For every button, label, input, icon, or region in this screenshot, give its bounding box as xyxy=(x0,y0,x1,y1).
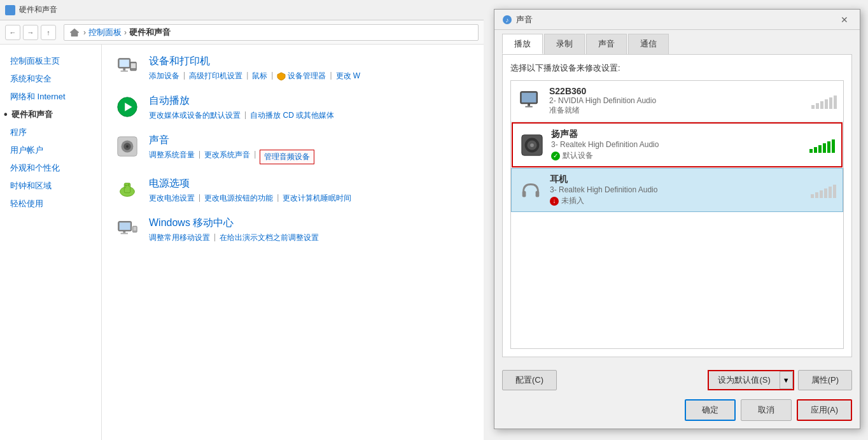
set-default-button[interactable]: 设为默认值(S) xyxy=(709,371,780,389)
sound-title[interactable]: 声音 xyxy=(149,134,314,147)
cp-window-icon xyxy=(5,5,15,15)
link-power-button[interactable]: 更改电源按钮的功能 xyxy=(204,193,273,204)
monitor-device-status: 准备就绪 xyxy=(549,105,805,116)
nav-forward-button[interactable]: → xyxy=(23,25,38,40)
link-mobile-settings[interactable]: 调整常用移动设置 xyxy=(149,232,210,243)
link-change-sound[interactable]: 更改系统声音 xyxy=(204,150,250,164)
sidebar-item-network[interactable]: 网络和 Internet xyxy=(0,88,101,106)
link-device-manager[interactable]: 设备管理器 xyxy=(288,71,326,82)
sidebar-item-clock[interactable]: 时钟和区域 xyxy=(0,177,101,195)
sidebar-item-ease[interactable]: 轻松使用 xyxy=(0,195,101,213)
shield-icon xyxy=(277,72,286,81)
svg-rect-2 xyxy=(6,11,10,14)
devices-content: 设备和打印机 添加设备 | 高级打印机设置 | 鼠标 | 设备管理器 | 更 xyxy=(149,55,360,82)
headphone-status-badge: ↓ 未插入 xyxy=(550,195,804,206)
link-mouse[interactable]: 鼠标 xyxy=(252,71,267,82)
device-item-monitor[interactable]: S22B360 2- NVIDIA High Definition Audio … xyxy=(511,81,843,122)
properties-button[interactable]: 属性(P) xyxy=(798,370,852,390)
svg-rect-27 xyxy=(522,92,536,102)
device-item-headphone[interactable]: 耳机 3- Realtek High Definition Audio ↓ 未插… xyxy=(511,168,843,212)
power-links: 更改电池设置 | 更改电源按钮的功能 | 更改计算机睡眠时间 xyxy=(149,193,351,204)
cp-title: 硬件和声音 xyxy=(19,4,57,15)
sidebar-item-system[interactable]: 系统和安全 xyxy=(0,70,101,88)
cp-content: 设备和打印机 添加设备 | 高级打印机设置 | 鼠标 | 设备管理器 | 更 xyxy=(102,45,484,440)
sidebar-item-home[interactable]: 控制面板主页 xyxy=(0,52,101,70)
link-print-settings[interactable]: 高级打印机设置 xyxy=(189,71,242,82)
cancel-button[interactable]: 取消 xyxy=(741,399,792,421)
ok-button[interactable]: 确定 xyxy=(685,399,736,421)
cp-sidebar: 控制面板主页 系统和安全 网络和 Internet 硬件和声音 程序 用户帐户 … xyxy=(0,45,102,440)
dialog-tabs: 播放 录制 声音 通信 xyxy=(494,30,860,54)
link-add-device[interactable]: 添加设备 xyxy=(149,71,179,82)
autoplay-content: 自动播放 更改媒体或设备的默认设置 | 自动播放 CD 或其他媒体 xyxy=(149,94,334,121)
headphone-device-info: 耳机 3- Realtek High Definition Audio ↓ 未插… xyxy=(550,174,804,206)
headphone-volume-bars xyxy=(811,183,836,198)
nav-up-button[interactable]: ↑ xyxy=(41,25,56,40)
headphone-device-icon xyxy=(518,178,543,203)
dialog-titlebar: ♪ 声音 ✕ xyxy=(494,10,860,30)
link-sleep[interactable]: 更改计算机睡眠时间 xyxy=(283,193,351,204)
svg-rect-9 xyxy=(131,63,136,68)
sidebar-item-hardware[interactable]: 硬件和声音 xyxy=(0,106,101,124)
tab-playback[interactable]: 播放 xyxy=(502,34,543,54)
set-default-dropdown[interactable]: ▼ xyxy=(780,371,793,389)
breadcrumb-cp[interactable]: 控制面板 xyxy=(88,27,122,38)
monitor-volume-bars xyxy=(811,94,837,109)
section-mobility: Windows 移动中心 调整常用移动设置 | 在给出演示文档之前调整设置 xyxy=(115,216,471,243)
monitor-device-name: S22B360 xyxy=(549,86,805,96)
power-content: 电源选项 更改电池设置 | 更改电源按钮的功能 | 更改计算机睡眠时间 xyxy=(149,177,351,204)
sound-icon xyxy=(115,134,140,159)
sidebar-item-users[interactable]: 用户帐户 xyxy=(0,141,101,159)
speaker-device-icon xyxy=(519,132,545,158)
link-autoplay-cd[interactable]: 自动播放 CD 或其他媒体 xyxy=(250,110,334,121)
breadcrumb-item-home[interactable] xyxy=(69,27,81,38)
svg-rect-28 xyxy=(528,103,530,106)
section-autoplay: 自动播放 更改媒体或设备的默认设置 | 自动播放 CD 或其他媒体 xyxy=(115,94,471,121)
nav-back-button[interactable]: ← xyxy=(5,25,20,40)
speaker-volume-bars xyxy=(809,138,835,153)
dialog-close-button[interactable]: ✕ xyxy=(837,12,852,27)
headphone-device-name: 耳机 xyxy=(550,174,804,185)
dialog-icon: ♪ xyxy=(502,15,512,25)
sidebar-item-appearance[interactable]: 外观和个性化 xyxy=(0,159,101,177)
link-battery[interactable]: 更改电池设置 xyxy=(149,193,195,204)
svg-rect-23 xyxy=(133,227,136,231)
device-item-speaker[interactable]: 扬声器 3- Realtek High Definition Audio ✓ 默… xyxy=(512,122,843,167)
devices-title[interactable]: 设备和打印机 xyxy=(149,55,360,68)
breadcrumb-sep-1: › xyxy=(83,28,86,37)
svg-rect-35 xyxy=(536,190,540,197)
svg-point-15 xyxy=(126,145,129,148)
link-change-default[interactable]: 更改媒体或设备的默认设置 xyxy=(149,110,241,121)
dialog-action-row: 确定 取消 应用(A) xyxy=(494,395,860,429)
section-devices: 设备和打印机 添加设备 | 高级打印机设置 | 鼠标 | 设备管理器 | 更 xyxy=(115,55,471,82)
svg-rect-20 xyxy=(123,231,125,233)
speaker-status-badge: ✓ 默认设备 xyxy=(551,150,803,161)
autoplay-title[interactable]: 自动播放 xyxy=(149,94,334,108)
link-presentation[interactable]: 在给出演示文档之前调整设置 xyxy=(220,232,319,243)
svg-rect-0 xyxy=(6,6,10,10)
control-panel-window: 硬件和声音 ← → ↑ › 控制面板 › 硬件和声音 控制面板主页 系统和安全 … xyxy=(0,0,484,440)
mobility-title[interactable]: Windows 移动中心 xyxy=(149,216,319,230)
svg-rect-19 xyxy=(120,223,130,230)
link-manage-audio[interactable]: 管理音频设备 xyxy=(260,150,314,164)
cp-titlebar: 硬件和声音 xyxy=(0,0,484,20)
cp-nav: ← → ↑ › 控制面板 › 硬件和声音 xyxy=(0,20,484,45)
apply-button[interactable]: 应用(A) xyxy=(797,399,852,421)
tab-communications[interactable]: 通信 xyxy=(628,34,669,54)
power-icon xyxy=(115,177,140,202)
svg-rect-7 xyxy=(121,71,128,72)
tab-recording[interactable]: 录制 xyxy=(544,34,585,54)
configure-button[interactable]: 配置(C) xyxy=(502,370,557,390)
svg-rect-29 xyxy=(525,106,532,107)
link-adjust-volume[interactable]: 调整系统音量 xyxy=(149,150,195,164)
sidebar-item-programs[interactable]: 程序 xyxy=(0,124,101,141)
link-change-w[interactable]: 更改 W xyxy=(336,71,361,82)
tab-sounds[interactable]: 声音 xyxy=(586,34,627,54)
power-title[interactable]: 电源选项 xyxy=(149,177,351,190)
cp-body: 控制面板主页 系统和安全 网络和 Internet 硬件和声音 程序 用户帐户 … xyxy=(0,45,484,440)
dialog-title: 声音 xyxy=(516,14,833,25)
section-power: 电源选项 更改电池设置 | 更改电源按钮的功能 | 更改计算机睡眠时间 xyxy=(115,177,471,204)
mobility-links: 调整常用移动设置 | 在给出演示文档之前调整设置 xyxy=(149,232,319,243)
svg-point-33 xyxy=(530,143,534,147)
breadcrumb-sep-2: › xyxy=(124,28,127,37)
